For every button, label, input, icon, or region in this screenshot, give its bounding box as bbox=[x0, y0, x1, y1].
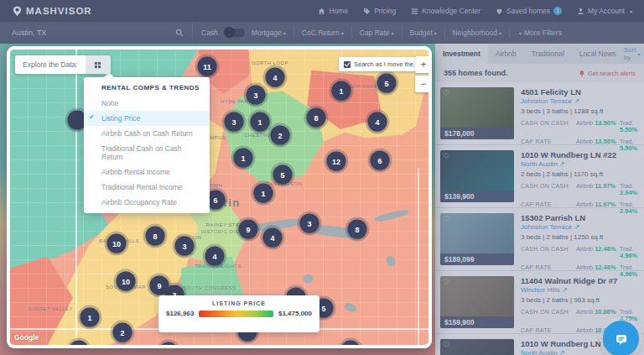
tab-airbnb[interactable]: Airbnb bbox=[488, 44, 524, 64]
nav-home[interactable]: Home bbox=[318, 7, 348, 15]
nav-knowledge-center[interactable]: Knowledge Center bbox=[411, 7, 480, 15]
chevron-down-icon: ▾ bbox=[341, 30, 344, 36]
location-search-value: Austin, TX bbox=[12, 29, 46, 37]
nav-pricing[interactable]: Pricing bbox=[363, 7, 396, 15]
map-cluster-marker[interactable]: 11 bbox=[198, 57, 217, 76]
dropdown-option-listing-price[interactable]: ✔Listing Price bbox=[84, 111, 210, 126]
property-card[interactable]: ♡ $189,099 15302 Parrish LN Johnston Ter… bbox=[435, 208, 644, 271]
property-thumbnail[interactable]: ♡ bbox=[440, 339, 514, 355]
nav-items: Home Pricing Knowledge Center Saved home… bbox=[318, 7, 632, 15]
zoom-out-button[interactable]: − bbox=[415, 76, 432, 92]
mortgage-dropdown[interactable]: Mortgage▾ bbox=[252, 29, 286, 37]
property-title[interactable]: 1010 W Rundberg LN #22 bbox=[521, 150, 639, 159]
boundary-line bbox=[75, 50, 77, 345]
map-cluster-marker[interactable]: 8 bbox=[307, 108, 326, 128]
checkbox-checked-icon[interactable] bbox=[344, 61, 351, 68]
property-card[interactable]: ♡ $139,900 1010 W Rundberg LN #22 North … bbox=[435, 145, 644, 208]
map-cluster-marker[interactable]: 12 bbox=[327, 152, 346, 171]
cash-mortgage-toggle[interactable] bbox=[225, 29, 245, 37]
map-cluster-marker[interactable]: 2 bbox=[271, 126, 290, 145]
map-cluster-marker[interactable]: 4 bbox=[263, 228, 283, 248]
dropdown-option-airbnb-occupancy-rate[interactable]: Airbnb Occupancy Rate bbox=[84, 195, 210, 210]
map-cluster-marker[interactable]: 4 bbox=[205, 247, 225, 266]
map-cluster-marker[interactable]: 6 bbox=[371, 151, 390, 170]
cap-rate-filter[interactable]: Cap Rate▾ bbox=[360, 29, 394, 37]
favorite-heart-icon[interactable]: ♡ bbox=[443, 152, 449, 160]
mashvisor-app: MASHVISOR Home Pricing Knowledge Center … bbox=[0, 0, 644, 355]
budget-filter[interactable]: Budget▾ bbox=[410, 29, 437, 37]
property-neighborhood-link[interactable]: Johnston Terrace ↗ bbox=[521, 97, 639, 105]
property-thumbnail[interactable]: ♡ $159,900 bbox=[440, 276, 514, 328]
nav-my-account[interactable]: My Account ▾ bbox=[577, 7, 632, 15]
map-cluster-marker[interactable]: 8 bbox=[348, 220, 367, 239]
property-specs: 2 beds | 2 baths | 1170 sq.ft bbox=[521, 170, 639, 178]
map-cluster-marker[interactable]: 5 bbox=[377, 74, 397, 93]
more-filters-button[interactable]: ▾More Filters bbox=[517, 29, 562, 37]
property-title[interactable]: 4501 Felicity LN bbox=[521, 87, 639, 97]
map-cluster-marker[interactable]: 1 bbox=[332, 81, 351, 101]
chevron-down-icon: ▾ bbox=[434, 30, 437, 36]
dropdown-option-traditional-rental-income[interactable]: Traditional Rental Income bbox=[84, 180, 210, 195]
map-cluster-marker[interactable]: 3 bbox=[247, 86, 266, 105]
stat-row: CASH ON CASHAirbnb 11.97%Trad. 2.94% bbox=[521, 182, 639, 196]
dropdown-option-airbnb-rental-income[interactable]: Airbnb Rental Income bbox=[84, 164, 210, 180]
zoom-in-button[interactable]: + bbox=[415, 56, 432, 73]
nav-saved-homes[interactable]: Saved homes 1 bbox=[496, 7, 562, 15]
map-cluster-marker[interactable]: 4 bbox=[368, 112, 387, 132]
divider bbox=[402, 27, 402, 39]
favorite-heart-icon[interactable]: ♡ bbox=[443, 89, 449, 97]
favorite-heart-icon[interactable]: ♡ bbox=[443, 341, 449, 349]
map-cluster-marker[interactable]: 1 bbox=[254, 184, 273, 203]
tab-investment[interactable]: Investment bbox=[435, 44, 488, 64]
property-specs: 3 beds | 3 baths | 1288 sq.ft bbox=[521, 107, 639, 115]
check-icon: ✔ bbox=[89, 113, 95, 121]
property-thumbnail[interactable]: ♡ $178,000 bbox=[440, 87, 514, 139]
map-cluster-marker[interactable]: 10 bbox=[107, 234, 127, 253]
map-cluster-marker[interactable]: 3 bbox=[175, 237, 195, 256]
property-neighborhood-link[interactable]: Johnston Terrace ↗ bbox=[521, 223, 639, 231]
neighborhood-filter[interactable]: Neighborhood▾ bbox=[453, 29, 501, 37]
tab-traditional[interactable]: Traditional bbox=[523, 44, 571, 64]
map-cluster-marker[interactable]: 8 bbox=[146, 227, 165, 246]
cash-toggle-label[interactable]: Cash bbox=[201, 29, 218, 37]
map-cluster-marker[interactable]: 3 bbox=[225, 112, 244, 132]
map-cluster-marker[interactable]: 10 bbox=[117, 272, 136, 291]
pricing-tag-icon bbox=[363, 8, 371, 15]
dropdown-option-airbnb-cash-on-cash-return[interactable]: Airbnb Cash on Cash Return bbox=[84, 126, 210, 141]
sort-by-dropdown[interactable]: Sort by▾ bbox=[624, 46, 641, 61]
explore-data-button[interactable] bbox=[86, 55, 111, 74]
property-card[interactable]: ♡ $178,000 4501 Felicity LN Johnston Ter… bbox=[435, 82, 644, 145]
property-neighborhood-link[interactable]: North Austin ↗ bbox=[521, 160, 639, 168]
property-thumbnail[interactable]: ♡ $139,900 bbox=[440, 150, 514, 202]
heatmap-panel: Austin Google 11431531842112651694388103… bbox=[7, 46, 432, 348]
dropdown-option-traditional-cash-on-cash-return[interactable]: Traditional Cash on Cash Return bbox=[84, 141, 210, 164]
favorite-heart-icon[interactable]: ♡ bbox=[443, 278, 449, 286]
dropdown-option-none[interactable]: None bbox=[84, 96, 210, 111]
map-cluster-marker[interactable]: 1 bbox=[80, 308, 100, 327]
chat-button[interactable] bbox=[603, 321, 639, 355]
map-cluster-marker[interactable]: 4 bbox=[266, 68, 285, 87]
tab-local-news[interactable]: Local News bbox=[572, 44, 624, 64]
property-title[interactable]: 15302 Parrish LN bbox=[521, 213, 639, 222]
legend-min-value: $126,963 bbox=[166, 310, 194, 317]
map-cluster-marker[interactable]: 5 bbox=[273, 165, 293, 185]
get-search-alerts-button[interactable]: Get search alerts bbox=[579, 70, 636, 77]
mashvisor-logo[interactable]: MASHVISOR bbox=[12, 5, 92, 18]
location-search-input[interactable]: Austin, TX bbox=[0, 22, 193, 44]
legend-title: LISTING PRICE bbox=[158, 300, 319, 306]
chevron-down-icon: ▾ bbox=[499, 30, 501, 36]
map-cluster-marker[interactable]: 3 bbox=[300, 214, 319, 233]
map-cluster-marker[interactable]: 1 bbox=[251, 112, 270, 132]
external-link-icon: ↗ bbox=[574, 97, 579, 105]
property-title[interactable]: 11404 Walnut Ridge Dr #7 bbox=[521, 276, 639, 285]
favorite-heart-icon[interactable]: ♡ bbox=[443, 215, 449, 223]
map-cluster-marker[interactable]: 2 bbox=[113, 323, 132, 342]
coc-return-filter[interactable]: CoC Return▾ bbox=[302, 29, 344, 37]
park bbox=[303, 274, 313, 283]
chevron-down-icon: ▾ bbox=[519, 30, 522, 36]
property-thumbnail[interactable]: ♡ $189,099 bbox=[440, 213, 514, 265]
property-neighborhood-link[interactable]: Windsor Hills ↗ bbox=[521, 286, 639, 294]
map-cluster-marker[interactable]: 9 bbox=[239, 220, 258, 239]
chevron-down-icon: ▾ bbox=[392, 30, 394, 36]
map-cluster-marker[interactable]: 1 bbox=[234, 149, 253, 168]
